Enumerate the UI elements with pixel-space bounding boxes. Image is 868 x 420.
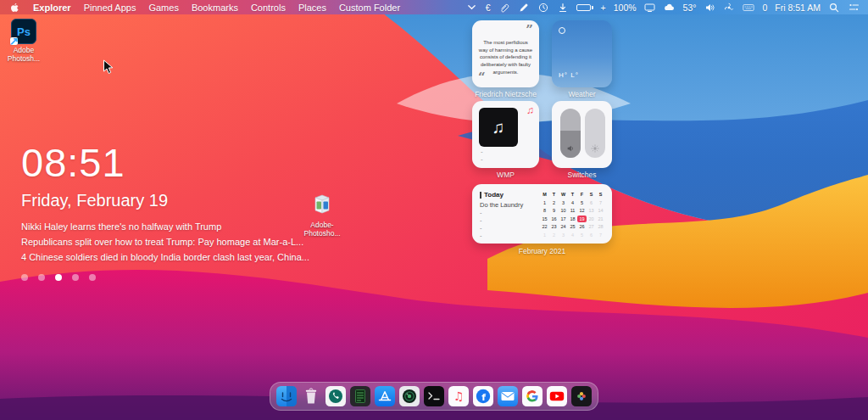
calendar-day[interactable]: 27 <box>587 223 596 230</box>
calendar-day[interactable]: 28 <box>596 223 605 230</box>
calendar-day-today[interactable]: 19 <box>577 216 587 222</box>
volume-toggle[interactable] <box>560 109 581 158</box>
menu-item-explorer[interactable]: Explorer <box>33 3 71 13</box>
calendar-day[interactable]: 9 <box>549 207 559 214</box>
calendar-day[interactable]: 12 <box>577 207 587 214</box>
notes-ledger-dock-icon[interactable] <box>350 386 370 406</box>
calendar-day[interactable]: 7 <box>596 199 605 206</box>
display-icon[interactable] <box>644 2 656 13</box>
calendar-day[interactable]: 24 <box>559 223 568 230</box>
search-icon[interactable] <box>828 2 840 13</box>
google-dock-icon[interactable] <box>522 386 542 406</box>
control-center-icon[interactable] <box>848 2 860 13</box>
menubar-clock[interactable]: Fri 8:51 AM <box>775 3 821 13</box>
pagination-dot-2[interactable] <box>55 274 62 281</box>
calendar-day[interactable]: 1 <box>540 199 549 206</box>
track-title-placeholder: - <box>481 149 483 154</box>
menu-item-controls[interactable]: Controls <box>251 3 286 13</box>
calendar-day[interactable]: 11 <box>568 207 577 214</box>
calendar-widget[interactable]: Today Do the Laundry ---- MTWTFSS1234567… <box>472 184 612 244</box>
finder-dock-icon[interactable] <box>276 386 297 406</box>
phone-dock-icon[interactable] <box>326 386 346 406</box>
news-headline[interactable]: 4 Chinese soldiers died in bloody India … <box>21 252 309 262</box>
calendar-day[interactable]: 5 <box>577 199 587 206</box>
apple-logo-icon[interactable] <box>8 2 20 13</box>
calendar-day[interactable]: 17 <box>559 216 568 222</box>
menu-item-games[interactable]: Games <box>148 3 178 13</box>
calendar-day[interactable]: 22 <box>540 223 549 230</box>
calendar-day[interactable]: 8 <box>540 207 549 214</box>
calendar-widget-label: February 2021 <box>472 247 612 255</box>
pagination-dot-1[interactable] <box>38 274 45 281</box>
weather-widget[interactable]: H° L° <box>552 20 612 87</box>
calendar-day[interactable]: 3 <box>559 232 568 238</box>
quote-widget[interactable]: ” The most perfidious way of harming a c… <box>472 20 539 87</box>
calendar-day[interactable]: 4 <box>568 232 577 238</box>
calendar-event[interactable]: Do the Laundry <box>480 201 542 209</box>
calendar-day[interactable]: 1 <box>540 232 549 238</box>
euro-icon[interactable]: € <box>486 3 491 13</box>
menu-item-pinned-apps[interactable]: Pinned Apps <box>84 3 136 13</box>
calendar-day[interactable]: 5 <box>577 232 587 238</box>
calendar-day[interactable]: 2 <box>549 232 559 238</box>
media-player-widget[interactable]: ♫ ♫ - - <box>472 101 539 168</box>
calendar-day[interactable]: 13 <box>587 207 596 214</box>
calendar-agenda: Today Do the Laundry ---- <box>480 191 542 239</box>
photos-dark-dock-icon[interactable] <box>571 386 592 406</box>
clock-history-icon[interactable] <box>537 2 549 13</box>
calendar-day[interactable]: 18 <box>568 216 577 222</box>
download-icon[interactable] <box>557 2 569 13</box>
menu-item-custom-folder[interactable]: Custom Folder <box>339 3 400 13</box>
calendar-day[interactable]: 3 <box>559 199 568 206</box>
camera-lens-dock-icon[interactable] <box>399 386 420 406</box>
calendar-day[interactable]: 7 <box>596 232 605 238</box>
terminal-dock-icon[interactable] <box>424 386 444 406</box>
keyboard-icon[interactable] <box>743 2 754 13</box>
news-headline[interactable]: Nikki Haley learns there's no halfway wi… <box>21 221 309 232</box>
temperature-reading: 53° <box>683 3 697 13</box>
facebook-dock-icon[interactable]: f <box>473 386 493 406</box>
calendar-day[interactable]: 26 <box>577 223 587 230</box>
weather-location-icon <box>559 27 565 34</box>
calendar-day[interactable]: 6 <box>587 232 596 238</box>
calendar-day[interactable]: 20 <box>587 216 596 222</box>
calendar-day[interactable]: 21 <box>596 216 605 222</box>
app-store-dock-icon[interactable] <box>375 386 395 406</box>
fan-icon[interactable] <box>723 2 735 13</box>
menu-right: € + 100% 53° <box>466 2 860 13</box>
youtube-dock-icon[interactable] <box>547 386 567 406</box>
dock: ♫f <box>270 382 598 411</box>
music-note-icon: ♫ <box>492 118 505 137</box>
calendar-day[interactable]: 23 <box>549 223 559 230</box>
paperclip-icon[interactable] <box>498 2 510 13</box>
calendar-day[interactable]: 25 <box>568 223 577 230</box>
pencil-icon[interactable] <box>518 2 530 13</box>
mail-dock-icon[interactable] <box>498 386 518 406</box>
menu-item-bookmarks[interactable]: Bookmarks <box>192 3 238 13</box>
calendar-day[interactable]: 4 <box>568 199 577 206</box>
calendar-day[interactable]: 14 <box>596 207 605 214</box>
weekday-header: T <box>568 191 577 198</box>
desktop-icon-photoshop-shortcut[interactable]: Ps ↗ Adobe Photosh... <box>3 19 44 63</box>
calendar-day[interactable]: 6 <box>587 199 596 206</box>
trash-dock-icon[interactable] <box>301 386 321 406</box>
music-dock-icon[interactable]: ♫ <box>448 386 469 406</box>
weather-cloud-icon[interactable] <box>664 2 676 13</box>
chevron-down-icon[interactable] <box>466 2 478 13</box>
news-headline[interactable]: Republicans split over how to treat Trum… <box>21 237 309 247</box>
switches-widget[interactable] <box>552 101 612 168</box>
brightness-toggle[interactable] <box>585 109 605 158</box>
calendar-day[interactable]: 16 <box>549 216 559 222</box>
battery-icon[interactable] <box>576 4 593 11</box>
installer-box-icon <box>311 192 333 219</box>
calendar-day[interactable]: 10 <box>559 207 568 214</box>
speaker-icon <box>560 144 581 153</box>
calendar-day[interactable]: 2 <box>549 199 559 206</box>
menu-item-places[interactable]: Places <box>298 3 326 13</box>
pagination-dot-0[interactable] <box>21 274 28 281</box>
today-label: Today <box>484 191 504 199</box>
pagination-dot-4[interactable] <box>89 274 96 281</box>
pagination-dot-3[interactable] <box>72 274 79 281</box>
volume-icon[interactable] <box>704 2 715 13</box>
calendar-day[interactable]: 15 <box>540 216 549 222</box>
